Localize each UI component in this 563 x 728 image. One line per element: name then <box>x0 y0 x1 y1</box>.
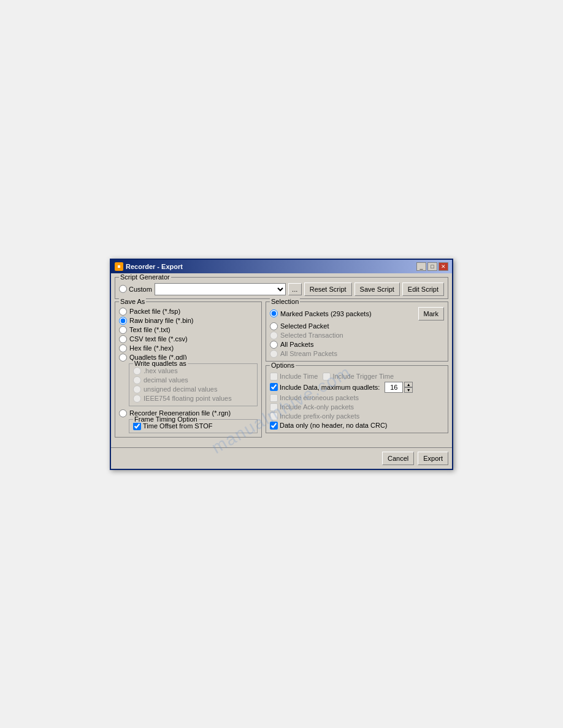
raw-binary-radio-item: Raw binary file (*.bin) <box>119 316 258 325</box>
window-content: Script Generator Custom ... Reset Script… <box>111 273 452 444</box>
selected-transaction-radio-item: Selected Transaction <box>270 331 444 340</box>
maximize-button[interactable]: □ <box>427 262 437 271</box>
recorder-export-window: Recorder - Export _ □ ✕ Script Generator… <box>110 259 453 470</box>
include-data-label: Include Data, maximum quadlets: <box>280 384 380 391</box>
hex-values-radio[interactable] <box>133 367 141 375</box>
options-row-6: Data only (no header, no data CRC) <box>270 421 444 430</box>
save-as-group: Save As Packet file (*.fsp) Raw binary f… <box>115 301 262 438</box>
csv-text-radio[interactable] <box>119 335 127 343</box>
main-two-col: Save As Packet file (*.fsp) Raw binary f… <box>115 301 448 440</box>
raw-binary-radio[interactable] <box>119 317 127 325</box>
ieee754-radio-item: IEEE754 floating point values <box>133 394 253 403</box>
hex-file-label: Hex file (*.hex) <box>129 344 174 352</box>
window-icon <box>115 262 123 271</box>
script-generator-group: Script Generator Custom ... Reset Script… <box>115 277 448 299</box>
quadlets-spinner-input[interactable] <box>385 382 403 393</box>
raw-binary-label: Raw binary file (*.bin) <box>129 317 194 324</box>
all-stream-packets-radio-item: All Stream Packets <box>270 349 444 358</box>
unsigned-decimal-radio[interactable] <box>133 385 141 393</box>
include-ack-only-label: Include Ack-only packets <box>280 403 354 411</box>
text-file-radio[interactable] <box>119 326 127 334</box>
options-row-1: Include Time Include Trigger Time <box>270 372 444 381</box>
script-dropdown[interactable] <box>155 283 286 295</box>
custom-radio-container: Custom <box>119 285 152 293</box>
close-button[interactable]: ✕ <box>439 262 448 271</box>
text-file-radio-item: Text file (*.txt) <box>119 325 258 335</box>
include-prefix-only-checkbox[interactable] <box>270 412 278 420</box>
edit-script-button[interactable]: Edit Script <box>402 282 444 296</box>
options-group: Options Include Time Include Trigger Tim… <box>266 365 448 433</box>
custom-label: Custom <box>129 286 152 293</box>
mark-button[interactable]: Mark <box>418 307 444 320</box>
ieee754-radio[interactable] <box>133 395 141 403</box>
marked-packets-label: Marked Packets (293 packets) <box>280 310 372 317</box>
selected-packet-radio-item: Selected Packet <box>270 322 444 331</box>
options-row-2: Include Data, maximum quadlets: ▲ ▼ <box>270 381 444 393</box>
include-prefix-only-label: Include prefix-only packets <box>280 412 359 420</box>
save-script-button[interactable]: Save Script <box>354 282 400 296</box>
ellipsis-button[interactable]: ... <box>288 283 302 295</box>
title-buttons: _ □ ✕ <box>416 262 448 271</box>
all-packets-radio-item: All Packets <box>270 340 444 349</box>
custom-radio[interactable] <box>119 285 127 293</box>
decimal-values-label: decimal values <box>144 376 188 384</box>
spinner-up-button[interactable]: ▲ <box>404 382 413 387</box>
include-prefix-only-item: Include prefix-only packets <box>270 412 359 420</box>
selected-packet-radio[interactable] <box>270 322 278 330</box>
cancel-button[interactable]: Cancel <box>382 452 414 465</box>
selected-transaction-label: Selected Transaction <box>280 332 343 339</box>
options-label: Options <box>270 362 296 369</box>
include-trigger-time-item: Include Trigger Time <box>323 373 394 381</box>
selected-packet-label: Selected Packet <box>280 322 329 330</box>
quadlets-group-title: Write quadlets as <box>133 360 188 367</box>
left-panel: Save As Packet file (*.fsp) Raw binary f… <box>115 301 262 440</box>
all-packets-label: All Packets <box>280 341 313 348</box>
export-button[interactable]: Export <box>418 452 448 465</box>
quadlets-spinner: ▲ ▼ <box>385 382 413 393</box>
data-only-label: Data only (no header, no data CRC) <box>280 422 388 429</box>
script-generator-label: Script Generator <box>119 273 171 281</box>
options-row-3: Include erroneous packets <box>270 393 444 403</box>
selected-transaction-radio[interactable] <box>270 332 278 339</box>
time-offset-check-item: Time Offset from STOF <box>133 422 253 430</box>
window-title: Recorder - Export <box>126 263 183 270</box>
decimal-values-radio[interactable] <box>133 376 141 384</box>
include-erroneous-checkbox[interactable] <box>270 394 278 402</box>
packet-file-radio[interactable] <box>119 308 127 316</box>
minimize-button[interactable]: _ <box>416 262 426 271</box>
title-bar: Recorder - Export _ □ ✕ <box>111 260 452 273</box>
options-row-4: Include Ack-only packets <box>270 403 444 412</box>
reset-script-button[interactable]: Reset Script <box>304 282 352 296</box>
regeneration-radio[interactable] <box>119 409 127 417</box>
data-only-item: Data only (no header, no data CRC) <box>270 422 388 430</box>
hex-values-label: .hex values <box>144 367 178 374</box>
marked-packets-radio-item: Marked Packets (293 packets) <box>270 309 372 318</box>
include-trigger-time-checkbox[interactable] <box>323 373 331 381</box>
all-stream-packets-radio[interactable] <box>270 350 278 358</box>
spinner-down-button[interactable]: ▼ <box>404 387 413 393</box>
include-time-checkbox[interactable] <box>270 373 278 381</box>
all-packets-radio[interactable] <box>270 341 278 349</box>
data-only-checkbox[interactable] <box>270 422 278 430</box>
quadlets-file-radio[interactable] <box>119 354 127 362</box>
bottom-bar: Cancel Export <box>111 447 452 469</box>
spinner-buttons: ▲ ▼ <box>404 382 413 393</box>
csv-text-radio-item: CSV text file (*.csv) <box>119 335 258 344</box>
quadlets-group: Write quadlets as .hex values decimal va… <box>129 363 258 406</box>
include-ack-only-checkbox[interactable] <box>270 403 278 411</box>
script-row: Custom ... Reset Script Save Script Edit… <box>119 282 444 296</box>
frame-timing-group: Frame Timing Option Time Offset from STO… <box>129 419 258 433</box>
svg-rect-1 <box>118 265 120 268</box>
frame-timing-title: Frame Timing Option <box>133 415 199 423</box>
packet-file-radio-item: Packet file (*.fsp) <box>119 307 258 316</box>
marked-packets-radio[interactable] <box>270 309 278 317</box>
options-row-5: Include prefix-only packets <box>270 412 444 421</box>
include-data-checkbox[interactable] <box>270 383 278 391</box>
csv-text-label: CSV text file (*.csv) <box>129 335 188 343</box>
include-erroneous-item: Include erroneous packets <box>270 394 359 402</box>
include-time-label: Include Time <box>280 373 318 380</box>
time-offset-checkbox[interactable] <box>133 422 141 430</box>
selection-group: Selection Marked Packets (293 packets) M… <box>266 301 448 362</box>
hex-file-radio[interactable] <box>119 344 127 352</box>
time-offset-label: Time Offset from STOF <box>143 422 212 430</box>
